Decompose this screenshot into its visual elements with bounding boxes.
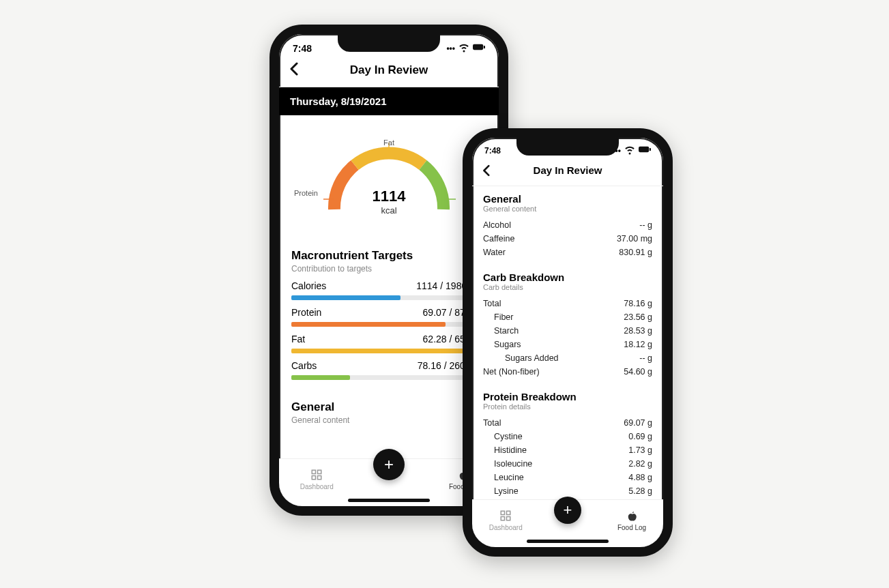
nutrient-value: 54.60 g: [624, 367, 652, 377]
svg-rect-11: [501, 511, 505, 514]
nutrient-value: 4.88 g: [628, 473, 652, 482]
macro-title: Macronutrient Targets: [291, 249, 486, 263]
nutrient-label: Leucine: [483, 473, 524, 482]
nutrient-row: Histidine1.73 g: [483, 443, 652, 457]
nutrient-row: Leucine4.88 g: [483, 471, 652, 484]
svg-rect-8: [318, 475, 321, 479]
nutrient-value: 37.00 mg: [617, 234, 652, 244]
nutrient-label: Histidine: [483, 445, 527, 455]
nutrient-value: -- g: [639, 220, 652, 230]
nav-bar: Day In Review: [279, 58, 499, 87]
home-indicator-icon: [348, 499, 430, 502]
nutrient-value: -- g: [639, 353, 652, 363]
nutrient-label: Lysine: [483, 486, 519, 496]
nutrient-value: 0.69 g: [628, 432, 652, 441]
macro-list: Calories1114 / 1980 kcalProtein69.07 / 8…: [291, 280, 486, 380]
nutrient-value: 1.73 g: [628, 445, 652, 455]
macro-target-row: Protein69.07 / 87.00 g: [291, 307, 486, 327]
protein-group-title: Protein Breakdown: [483, 391, 652, 402]
battery-icon: [639, 143, 651, 158]
nutrient-value: 18.12 g: [624, 340, 652, 349]
nutrient-row: Sugars Added-- g: [483, 351, 652, 365]
nutrient-label: Cystine: [483, 432, 523, 441]
wifi-icon: [624, 143, 636, 158]
nutrient-row: Caffeine37.00 mg: [483, 232, 652, 246]
macro-target-row: Carbs78.16 / 260.00 g: [291, 360, 486, 380]
macro-subtitle: Contribution to targets: [291, 264, 486, 274]
nutrient-row: Starch28.53 g: [483, 324, 652, 338]
general-group: General General content Alcohol-- gCaffe…: [472, 189, 663, 267]
battery-icon: [473, 41, 485, 55]
progress-bar: [291, 322, 486, 327]
nutrient-row: Fiber23.56 g: [483, 310, 652, 324]
device-notch-icon: [338, 34, 440, 52]
nutrient-value: 23.56 g: [624, 312, 652, 322]
svg-rect-10: [650, 148, 651, 151]
carb-group-subtitle: Carb details: [483, 283, 652, 291]
nutrient-value: 78.16 g: [624, 299, 652, 308]
nutrient-row: Net (Non-fiber)54.60 g: [483, 365, 652, 379]
nutrient-value: 2.82 g: [628, 459, 652, 469]
gauge-kcal-value: 1114: [373, 188, 406, 205]
grid-icon: [310, 469, 323, 481]
nutrient-value: 69.07 g: [624, 418, 652, 428]
nutrient-row: Total78.16 g: [483, 297, 652, 310]
nutrient-value: 28.53 g: [624, 326, 652, 336]
nutrient-label: Fiber: [483, 312, 513, 322]
svg-rect-7: [312, 475, 316, 479]
nutrient-label: Water: [483, 248, 506, 257]
nutrient-label: Sugars: [483, 340, 521, 349]
macro-target-row: Fat62.28 / 65.00 g: [291, 334, 486, 353]
nutrient-label: Caffeine: [483, 234, 514, 244]
nutrient-row: Sugars18.12 g: [483, 338, 652, 351]
nutrient-label: Net (Non-fiber): [483, 367, 540, 377]
tab-dashboard-label: Dashboard: [489, 524, 523, 531]
macro-target-row: Calories1114 / 1980 kcal: [291, 280, 486, 300]
macro-name: Fat: [291, 334, 305, 344]
protein-group-subtitle: Protein details: [483, 402, 652, 411]
device-notch-icon: [516, 138, 619, 156]
general-group-title: General: [483, 193, 652, 205]
svg-rect-14: [507, 516, 510, 520]
status-time: 7:48: [484, 146, 501, 156]
macro-name: Calories: [291, 280, 326, 291]
tab-food-log-label: Food Log: [617, 524, 646, 531]
svg-rect-13: [501, 516, 505, 520]
nutrient-row: Total69.07 g: [483, 416, 652, 430]
progress-bar: [291, 375, 486, 380]
carb-group-title: Carb Breakdown: [483, 271, 652, 283]
progress-bar: [291, 349, 486, 353]
add-button[interactable]: +: [373, 449, 405, 480]
wifi-icon: [458, 41, 470, 55]
svg-rect-5: [312, 470, 316, 473]
gauge-label-fat: Fat: [383, 138, 394, 147]
tab-dashboard[interactable]: Dashboard: [489, 510, 523, 531]
nutrient-row: Isoleucine2.82 g: [483, 457, 652, 471]
nutrient-label: Isoleucine: [483, 459, 532, 469]
back-button[interactable]: [289, 62, 298, 80]
nutrient-row: Cystine0.69 g: [483, 430, 652, 443]
general-title: General: [291, 400, 486, 414]
page-title: Day In Review: [350, 63, 428, 77]
gauge-label-protein: Protein: [294, 189, 318, 197]
macro-name: Carbs: [291, 360, 317, 371]
page-title: Day In Review: [534, 164, 602, 176]
general-group-subtitle: General content: [483, 205, 652, 213]
nutrient-label: Sugars Added: [483, 353, 559, 363]
apple-icon: [626, 510, 638, 522]
gauge-center-value: 1114 kcal: [373, 188, 406, 216]
tab-dashboard[interactable]: Dashboard: [300, 469, 334, 490]
svg-rect-0: [473, 44, 483, 50]
tab-food-log[interactable]: Food Log: [617, 510, 646, 531]
date-bar: Thursday, 8/19/2021: [279, 87, 499, 115]
progress-bar: [291, 295, 486, 300]
nutrient-value: 5.28 g: [628, 486, 652, 496]
nutrient-label: Starch: [483, 326, 519, 336]
general-subtitle: General content: [291, 415, 486, 425]
back-button[interactable]: [482, 163, 490, 181]
home-indicator-icon: [527, 540, 609, 543]
nutrient-label: Alcohol: [483, 220, 511, 230]
tab-dashboard-label: Dashboard: [300, 483, 334, 490]
add-button[interactable]: +: [554, 497, 581, 524]
nutrient-row: Alcohol-- g: [483, 218, 652, 232]
